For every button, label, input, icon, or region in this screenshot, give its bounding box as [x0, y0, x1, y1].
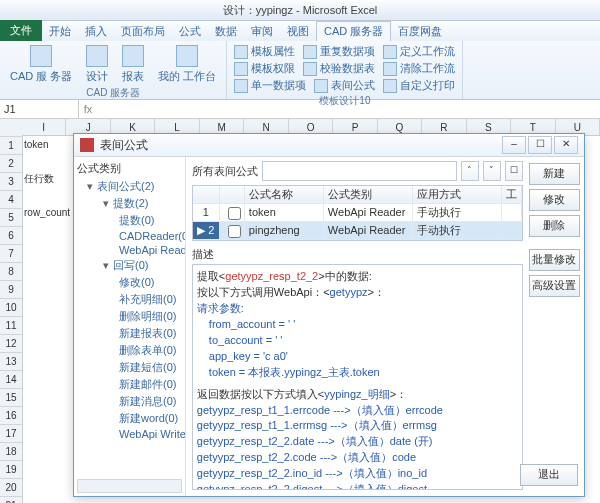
tree-node[interactable]: 新建短信(0): [77, 359, 182, 376]
tree-node[interactable]: ▾表间公式(2): [77, 178, 182, 195]
row-checkbox[interactable]: [228, 225, 241, 238]
report-icon: [122, 45, 144, 67]
tree-node[interactable]: 新建消息(0): [77, 393, 182, 410]
tab-home[interactable]: 开始: [42, 22, 78, 41]
description-box[interactable]: 提取<getyypz_resp_t2_2>中的数据: 按以下方式调用WebApi…: [192, 264, 523, 490]
window-title: 设计：yypingz - Microsoft Excel: [0, 0, 600, 21]
btn-table-formula[interactable]: 表间公式: [311, 77, 378, 94]
dialog-title: 表间公式: [100, 137, 148, 154]
ribbon: CAD 服 务器 设计 报表 我的 工作台 CAD 服务器 模板属性 重复数据项…: [0, 41, 600, 100]
fx-icon[interactable]: fx: [79, 103, 97, 115]
new-button[interactable]: 新建: [529, 163, 580, 185]
category-pane: 公式类别 ▾表间公式(2)▾提数(2)提数(0)CADReader(0)WebA…: [74, 157, 186, 496]
close-button[interactable]: ✕: [554, 136, 578, 154]
cell-I3[interactable]: 任行数: [22, 170, 72, 187]
maximize-button[interactable]: ☐: [528, 136, 552, 154]
btn-cad-server[interactable]: CAD 服 务器: [4, 43, 78, 86]
btn-tpl-props[interactable]: 模板属性: [231, 43, 298, 60]
tab-baidu[interactable]: 百度网盘: [391, 22, 449, 41]
batch-edit-button[interactable]: 批量修改: [529, 249, 580, 271]
search-input[interactable]: [262, 161, 457, 181]
tree-node[interactable]: WebApi Writer(0): [77, 427, 182, 441]
tab-file[interactable]: 文件: [0, 20, 42, 41]
h-scrollbar[interactable]: [77, 479, 182, 493]
scroll-down-button[interactable]: ˅: [483, 161, 501, 181]
tab-data[interactable]: 数据: [208, 22, 244, 41]
btn-tpl-perms[interactable]: 模板权限: [231, 60, 298, 77]
minimize-button[interactable]: –: [502, 136, 526, 154]
advanced-button[interactable]: 高级设置: [529, 275, 580, 297]
tree-node[interactable]: 删除明细(0): [77, 308, 182, 325]
dialog-icon: [80, 138, 94, 152]
btn-def-workflow[interactable]: 定义工作流: [380, 43, 458, 60]
grid-header: 公式名称 公式类别 应用方式 工作流: [193, 186, 522, 204]
exit-button[interactable]: 退出: [520, 464, 578, 486]
tree-node[interactable]: 新建邮件(0): [77, 376, 182, 393]
btn-report[interactable]: 报表: [116, 43, 150, 86]
group-label-cad: CAD 服务器: [4, 86, 222, 100]
formula-dialog: 表间公式 – ☐ ✕ 公式类别 ▾表间公式(2)▾提数(2)提数(0)CADRe…: [73, 133, 585, 497]
btn-clear-workflow[interactable]: 清除工作流: [380, 60, 458, 77]
tree-node[interactable]: CADReader(0): [77, 229, 182, 243]
server-icon: [30, 45, 52, 67]
table-row[interactable]: 1 token WebApi Reader 手动执行: [193, 204, 522, 222]
btn-repeat-data[interactable]: 重复数据项: [300, 43, 378, 60]
category-label: 公式类别: [77, 161, 182, 176]
edit-button[interactable]: 修改: [529, 189, 580, 211]
action-buttons: 新建 修改 删除 批量修改 高级设置: [529, 157, 584, 496]
name-box[interactable]: J1: [0, 100, 79, 118]
category-tree[interactable]: ▾表间公式(2)▾提数(2)提数(0)CADReader(0)WebApi Re…: [77, 178, 182, 441]
ribbon-tabs: 文件 开始 插入 页面布局 公式 数据 审阅 视图 CAD 服务器 百度网盘: [0, 21, 600, 41]
tree-node[interactable]: 新建word(0): [77, 410, 182, 427]
tab-cad-server[interactable]: CAD 服务器: [316, 21, 391, 41]
tree-node[interactable]: 修改(0): [77, 274, 182, 291]
close-search-button[interactable]: ☐: [505, 161, 523, 181]
table-row[interactable]: ▶ 2 pingzheng WebApi Reader 手动执行: [193, 222, 522, 240]
tree-node[interactable]: WebApi Reader(2: [77, 243, 182, 257]
tree-node[interactable]: 提数(0): [77, 212, 182, 229]
tab-view[interactable]: 视图: [280, 22, 316, 41]
design-icon: [86, 45, 108, 67]
tree-node[interactable]: 删除表单(0): [77, 342, 182, 359]
cell-I1[interactable]: token: [22, 136, 72, 153]
tree-node[interactable]: ▾提数(2): [77, 195, 182, 212]
workspace-icon: [176, 45, 198, 67]
tab-review[interactable]: 审阅: [244, 22, 280, 41]
row-headers: 1234567891011121314151617181920212223242…: [0, 119, 23, 503]
formula-grid[interactable]: 公式名称 公式类别 应用方式 工作流 1 token WebApi Reader…: [192, 185, 523, 241]
tree-node[interactable]: ▾回写(0): [77, 257, 182, 274]
row-checkbox[interactable]: [228, 207, 241, 220]
dialog-titlebar: 表间公式 – ☐ ✕: [74, 134, 584, 157]
group-label-tpl: 模板设计10: [231, 94, 458, 108]
tab-formula[interactable]: 公式: [172, 22, 208, 41]
tab-pagelayout[interactable]: 页面布局: [114, 22, 172, 41]
tree-node[interactable]: 补充明细(0): [77, 291, 182, 308]
scroll-up-button[interactable]: ˄: [461, 161, 479, 181]
tab-insert[interactable]: 插入: [78, 22, 114, 41]
btn-check-data[interactable]: 校验数据表: [300, 60, 378, 77]
btn-workspace[interactable]: 我的 工作台: [152, 43, 222, 86]
delete-button[interactable]: 删除: [529, 215, 580, 237]
btn-design[interactable]: 设计: [80, 43, 114, 86]
all-formulas-label: 所有表间公式: [192, 164, 258, 179]
tree-node[interactable]: 新建报表(0): [77, 325, 182, 342]
btn-single-data[interactable]: 单一数据项: [231, 77, 309, 94]
description-label: 描述: [192, 247, 523, 262]
btn-custom-print[interactable]: 自定义打印: [380, 77, 458, 94]
